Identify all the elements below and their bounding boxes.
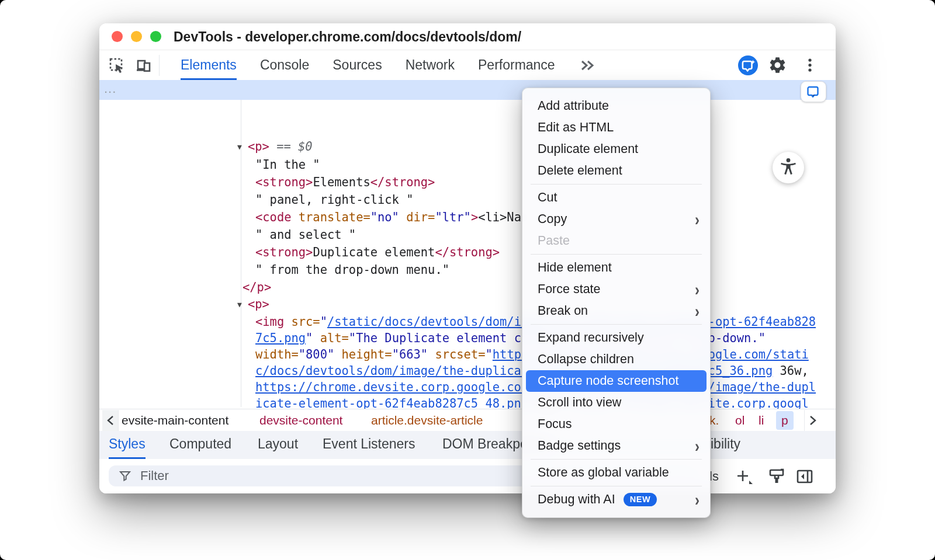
sidebar-tab-computed[interactable]: Computed bbox=[169, 431, 231, 459]
menu-item-focus[interactable]: Focus bbox=[526, 413, 707, 435]
code-segment-txt: Duplicate element bbox=[313, 245, 435, 259]
code-segment-tag: <code bbox=[255, 210, 291, 224]
submenu-chevron-icon: › bbox=[695, 437, 699, 455]
menu-item-label: Hide element bbox=[538, 260, 612, 275]
code-segment-tag: <p> bbox=[248, 297, 269, 311]
dom-tree-line[interactable]: " from the drop-down menu." bbox=[255, 261, 449, 279]
expand-arrow-icon[interactable]: ▼ bbox=[237, 138, 248, 156]
node-ellipsis[interactable]: ... bbox=[104, 81, 116, 96]
dom-tree-line[interactable]: "In the " bbox=[255, 156, 320, 173]
menu-item-label: Cut bbox=[538, 190, 557, 205]
code-segment-txt bbox=[428, 347, 435, 361]
menu-item-label: Delete element bbox=[538, 164, 622, 178]
breadcrumb-item[interactable]: article.devsite-article bbox=[371, 409, 483, 432]
accessibility-fab[interactable] bbox=[773, 152, 804, 183]
menu-item-force-state[interactable]: Force state› bbox=[526, 279, 707, 300]
menu-item-badge-settings[interactable]: Badge settings› bbox=[526, 435, 707, 457]
menu-item-edit-as-html[interactable]: Edit as HTML bbox=[526, 117, 707, 138]
menu-item-cut[interactable]: Cut bbox=[526, 187, 707, 208]
tab-elements[interactable]: Elements bbox=[181, 50, 237, 80]
window-title: DevTools - developer.chrome.com/docs/dev… bbox=[174, 23, 521, 50]
menu-separator bbox=[531, 486, 702, 486]
menu-item-delete-element[interactable]: Delete element bbox=[526, 160, 707, 182]
dom-tree-line[interactable]: " panel, right-click " bbox=[255, 191, 414, 208]
tab-performance[interactable]: Performance bbox=[478, 50, 555, 80]
code-segment-tag: > bbox=[471, 210, 478, 224]
sidebar-tab-styles[interactable]: Styles bbox=[109, 431, 146, 459]
code-segment-val: "ltr" bbox=[435, 210, 470, 224]
code-segment-txt bbox=[334, 347, 341, 361]
dom-tree-line[interactable]: </p> bbox=[243, 279, 271, 296]
menu-item-collapse-children[interactable]: Collapse children bbox=[526, 349, 707, 370]
menu-item-label: Paste bbox=[538, 234, 570, 248]
dom-tree-line[interactable]: <strong>Duplicate element</strong> bbox=[255, 244, 500, 261]
breadcrumb-item[interactable]: evsite-main-content bbox=[122, 409, 228, 432]
menu-item-expand-recursively[interactable]: Expand recursively bbox=[526, 327, 707, 349]
device-toolbar-icon[interactable] bbox=[134, 56, 153, 75]
menu-item-add-attribute[interactable]: Add attribute bbox=[526, 95, 707, 117]
breadcrumb-item[interactable]: k. bbox=[709, 409, 719, 432]
code-segment-tag: <strong> bbox=[255, 175, 313, 189]
menu-item-store-as-global-variable[interactable]: Store as global variable bbox=[526, 462, 707, 484]
sidebar-tab-event-listeners[interactable]: Event Listeners bbox=[323, 431, 415, 459]
menu-item-copy[interactable]: Copy› bbox=[526, 208, 707, 230]
breadcrumb-item[interactable]: ol bbox=[735, 409, 744, 432]
dom-tree-line[interactable]: " and select " bbox=[255, 226, 356, 244]
menu-item-capture-node-screenshot[interactable]: Capture node screenshot bbox=[526, 370, 707, 392]
expand-arrow-icon[interactable]: ▼ bbox=[237, 296, 248, 314]
breadcrumb: evsite-main-contentdevsite-contentarticl… bbox=[99, 409, 836, 432]
toolbar-divider bbox=[159, 55, 160, 76]
menu-item-label: Copy bbox=[538, 212, 567, 227]
settings-gear-icon[interactable] bbox=[768, 55, 787, 74]
menu-item-label: Badge settings bbox=[538, 439, 621, 453]
zoom-window-button[interactable] bbox=[150, 31, 161, 42]
tab-sources[interactable]: Sources bbox=[333, 50, 382, 80]
sidebar-tab-ibility[interactable]: ibility bbox=[711, 431, 740, 459]
ai-assistance-icon[interactable] bbox=[737, 55, 759, 76]
menu-item-hide-element[interactable]: Hide element bbox=[526, 257, 707, 279]
menu-item-duplicate-element[interactable]: Duplicate element bbox=[526, 138, 707, 160]
cls-button[interactable]: ls bbox=[709, 459, 719, 493]
dom-tree-line[interactable]: ▼<p> bbox=[237, 295, 269, 314]
breadcrumb-item[interactable]: p bbox=[776, 411, 794, 430]
menu-separator bbox=[531, 324, 702, 325]
menu-item-break-on[interactable]: Break on› bbox=[526, 300, 707, 322]
minimize-window-button[interactable] bbox=[131, 31, 142, 42]
code-segment-txt: 36w, bbox=[773, 364, 808, 378]
dom-tree: ... ▼<p> == $0"In the "<strong>Elements<… bbox=[99, 80, 836, 409]
menu-separator bbox=[531, 254, 702, 255]
menu-item-label: Collapse children bbox=[538, 352, 634, 367]
inspect-icon[interactable] bbox=[108, 56, 126, 75]
breadcrumb-item[interactable]: devsite-content bbox=[259, 409, 342, 432]
breadcrumb-forward-icon[interactable] bbox=[804, 410, 820, 431]
dom-tree-line[interactable]: <strong>Elements</strong> bbox=[255, 173, 435, 191]
code-segment-link: 7c5.png bbox=[255, 331, 306, 345]
title-bar: DevTools - developer.chrome.com/docs/dev… bbox=[99, 23, 836, 50]
filter-placeholder: Filter bbox=[140, 468, 169, 484]
code-segment-dollar: $0 bbox=[298, 140, 313, 154]
kebab-menu-icon[interactable] bbox=[801, 55, 819, 74]
tab-network[interactable]: Network bbox=[406, 50, 455, 80]
menu-item-debug-with-ai[interactable]: Debug with AINEW› bbox=[526, 489, 707, 510]
tab-console[interactable]: Console bbox=[260, 50, 309, 80]
selected-node-row[interactable] bbox=[99, 80, 836, 100]
dom-tree-line[interactable]: <code translate="no" dir="ltr"><li>Nav bbox=[255, 208, 528, 226]
more-tabs-icon[interactable] bbox=[577, 55, 597, 78]
dom-tree-line[interactable]: ▼<p> == $0 bbox=[237, 138, 313, 156]
code-segment-tag: </strong> bbox=[435, 245, 500, 259]
node-preview-button[interactable] bbox=[801, 81, 826, 102]
breadcrumb-item[interactable]: li bbox=[759, 409, 764, 432]
breadcrumb-back-icon[interactable] bbox=[102, 410, 119, 431]
menu-item-scroll-into-view[interactable]: Scroll into view bbox=[526, 392, 707, 413]
close-window-button[interactable] bbox=[112, 31, 123, 42]
dock-panel-icon[interactable] bbox=[794, 459, 816, 493]
new-style-rule-icon[interactable] bbox=[732, 459, 755, 493]
sidebar-tab-layout[interactable]: Layout bbox=[258, 431, 298, 459]
submenu-chevron-icon: › bbox=[695, 281, 699, 298]
code-segment-txt: <li>Nav bbox=[478, 210, 528, 224]
rendering-brush-icon[interactable] bbox=[766, 459, 788, 493]
code-segment-attr: translate= bbox=[299, 210, 370, 224]
code-segment-tag: <p> bbox=[248, 140, 269, 154]
menu-item-label: Capture node screenshot bbox=[538, 374, 678, 388]
code-segment-dim: == bbox=[269, 140, 298, 154]
